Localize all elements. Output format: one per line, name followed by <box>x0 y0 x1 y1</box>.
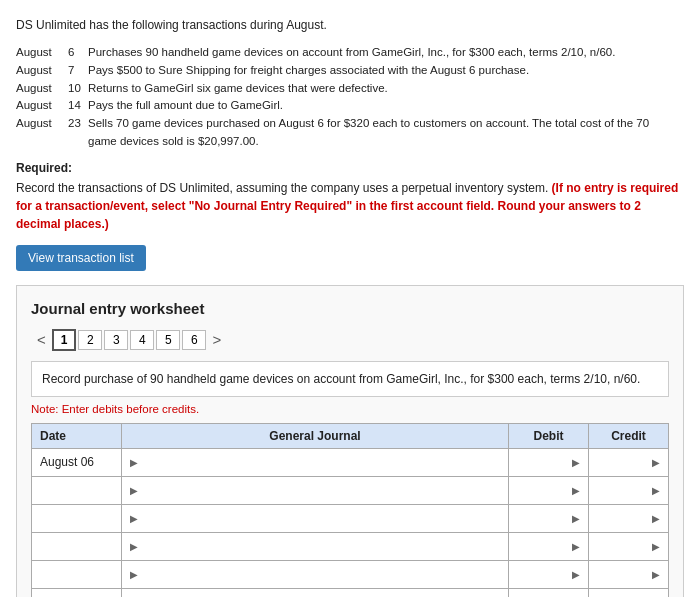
tx2-desc: Pays $500 to Sure Shipping for freight c… <box>88 62 684 80</box>
row4-date <box>32 532 122 560</box>
row4-general[interactable]: ▶ <box>122 532 509 560</box>
row6-date <box>32 588 122 597</box>
row1-debit[interactable]: ▶ <box>509 448 589 476</box>
row4-credit[interactable]: ▶ <box>589 532 669 560</box>
transaction-4: August 14 Pays the full amount due to Ga… <box>16 97 684 115</box>
table-row: August 06 ▶ ▶ ▶ <box>32 448 669 476</box>
header-date: Date <box>32 423 122 448</box>
row1-credit-arrow: ▶ <box>652 457 660 468</box>
tx2-day: 7 <box>68 62 88 80</box>
transaction-3: August 10 Returns to GameGirl six game d… <box>16 80 684 98</box>
row1-debit-arrow: ▶ <box>572 457 580 468</box>
required-body: Record the transactions of DS Unlimited,… <box>16 179 684 233</box>
row3-general[interactable]: ▶ <box>122 504 509 532</box>
row2-debit[interactable]: ▶ <box>509 476 589 504</box>
next-page-button[interactable]: > <box>206 331 227 348</box>
transactions-list: August 6 Purchases 90 handheld game devi… <box>16 44 684 151</box>
transaction-2: August 7 Pays $500 to Sure Shipping for … <box>16 62 684 80</box>
row2-general[interactable]: ▶ <box>122 476 509 504</box>
row5-credit[interactable]: ▶ <box>589 560 669 588</box>
tx1-desc: Purchases 90 handheld game devices on ac… <box>88 44 684 62</box>
page-numbers: 1 2 3 4 5 6 <box>52 329 207 351</box>
required-label: Required: <box>16 161 684 175</box>
table-row: ▶ ▶ ▶ <box>32 504 669 532</box>
row6-general[interactable]: ▶ <box>122 588 509 597</box>
page-6-button[interactable]: 6 <box>182 330 206 350</box>
page-5-button[interactable]: 5 <box>156 330 180 350</box>
prev-page-button[interactable]: < <box>31 331 52 348</box>
worksheet-title: Journal entry worksheet <box>31 300 669 317</box>
row4-debit[interactable]: ▶ <box>509 532 589 560</box>
tx3-desc: Returns to GameGirl six game devices tha… <box>88 80 684 98</box>
row4-credit-arrow: ▶ <box>652 541 660 552</box>
row2-credit-arrow: ▶ <box>652 485 660 496</box>
row5-general[interactable]: ▶ <box>122 560 509 588</box>
page-4-button[interactable]: 4 <box>130 330 154 350</box>
transaction-5-cont: game devices sold is $20,997.00. <box>16 133 684 151</box>
row2-arrow: ▶ <box>130 485 138 496</box>
table-row: ▶ ▶ ▶ <box>32 588 669 597</box>
row5-debit[interactable]: ▶ <box>509 560 589 588</box>
pagination: < 1 2 3 4 5 6 > <box>31 329 669 351</box>
tx5-desc: Sells 70 game devices purchased on Augus… <box>88 115 684 133</box>
row5-credit-arrow: ▶ <box>652 569 660 580</box>
header-general-journal: General Journal <box>122 423 509 448</box>
row5-arrow: ▶ <box>130 569 138 580</box>
tx3-day: 10 <box>68 80 88 98</box>
row3-date <box>32 504 122 532</box>
row4-debit-arrow: ▶ <box>572 541 580 552</box>
row3-credit-arrow: ▶ <box>652 513 660 524</box>
row2-date <box>32 476 122 504</box>
tx1-month: August <box>16 44 68 62</box>
page-3-button[interactable]: 3 <box>104 330 128 350</box>
tx4-desc: Pays the full amount due to GameGirl. <box>88 97 684 115</box>
tx3-month: August <box>16 80 68 98</box>
tx5-day: 23 <box>68 115 88 133</box>
table-row: ▶ ▶ ▶ <box>32 476 669 504</box>
row6-credit[interactable]: ▶ <box>589 588 669 597</box>
row3-debit[interactable]: ▶ <box>509 504 589 532</box>
row3-arrow: ▶ <box>130 513 138 524</box>
tx2-month: August <box>16 62 68 80</box>
row2-debit-arrow: ▶ <box>572 485 580 496</box>
tx4-month: August <box>16 97 68 115</box>
table-row: ▶ ▶ ▶ <box>32 532 669 560</box>
description-box: Record purchase of 90 handheld game devi… <box>31 361 669 397</box>
required-section: Required: Record the transactions of DS … <box>16 161 684 233</box>
transaction-1: August 6 Purchases 90 handheld game devi… <box>16 44 684 62</box>
row1-general[interactable]: ▶ <box>122 448 509 476</box>
row5-date <box>32 560 122 588</box>
tx5-month: August <box>16 115 68 133</box>
journal-table: Date General Journal Debit Credit August… <box>31 423 669 597</box>
table-row: ▶ ▶ ▶ <box>32 560 669 588</box>
row6-debit[interactable]: ▶ <box>509 588 589 597</box>
header-credit: Credit <box>589 423 669 448</box>
tx1-day: 6 <box>68 44 88 62</box>
row3-debit-arrow: ▶ <box>572 513 580 524</box>
intro-section: DS Unlimited has the following transacti… <box>16 16 684 34</box>
row1-date: August 06 <box>32 448 122 476</box>
worksheet-container: Journal entry worksheet < 1 2 3 4 5 6 > … <box>16 285 684 597</box>
row2-credit[interactable]: ▶ <box>589 476 669 504</box>
row4-arrow: ▶ <box>130 541 138 552</box>
row3-credit[interactable]: ▶ <box>589 504 669 532</box>
view-transaction-button[interactable]: View transaction list <box>16 245 146 271</box>
page-1-button[interactable]: 1 <box>52 329 77 351</box>
row1-arrow: ▶ <box>130 457 138 468</box>
header-debit: Debit <box>509 423 589 448</box>
page-2-button[interactable]: 2 <box>78 330 102 350</box>
row5-debit-arrow: ▶ <box>572 569 580 580</box>
tx4-day: 14 <box>68 97 88 115</box>
required-text-main: Record the transactions of DS Unlimited,… <box>16 181 548 195</box>
note-text: Note: Enter debits before credits. <box>31 403 669 415</box>
tx5-desc-cont: game devices sold is $20,997.00. <box>88 133 684 151</box>
transaction-5: August 23 Sells 70 game devices purchase… <box>16 115 684 133</box>
opening-text: DS Unlimited has the following transacti… <box>16 16 684 34</box>
row1-credit[interactable]: ▶ <box>589 448 669 476</box>
